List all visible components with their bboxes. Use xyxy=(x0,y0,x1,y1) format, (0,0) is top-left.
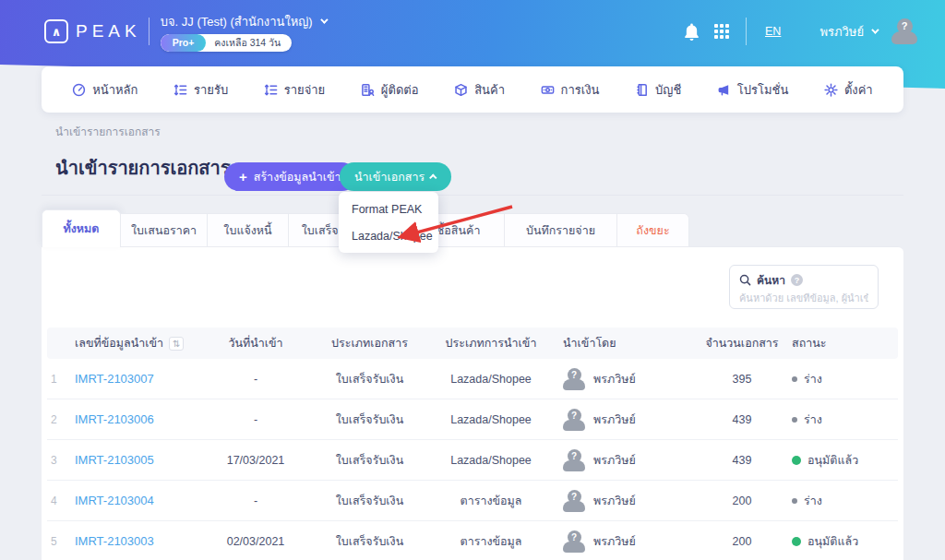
col-doc-type: ประเภทเอกสาร xyxy=(307,334,432,352)
import-type: Lazada/Shopee xyxy=(432,454,550,467)
logo-text: PEAK xyxy=(76,21,141,42)
import-date: - xyxy=(204,373,307,386)
page-title: นำเข้ารายการเอกสาร xyxy=(55,153,231,183)
table-row[interactable]: 2 IMRT-2103006 - ใบเสร็จรับเงิน Lazada/S… xyxy=(47,399,898,440)
app-window: ∧ PEAK บจ. JJ (Test) (สำนักงานใหญ่) Pro+… xyxy=(0,0,945,560)
chevron-down-icon xyxy=(320,16,328,23)
bell-icon xyxy=(684,23,700,41)
company-name: บจ. JJ (Test) (สำนักงานใหญ่) xyxy=(161,12,313,31)
divider xyxy=(42,195,903,196)
doc-type: ใบเสร็จรับเงิน xyxy=(307,370,432,388)
table-row[interactable]: 5 IMRT-2103003 02/03/2021 ใบเสร็จรับเงิน… xyxy=(47,521,898,560)
row-avatar: ? xyxy=(563,368,585,390)
promotion-icon xyxy=(717,83,731,97)
chevron-down-icon xyxy=(871,26,879,33)
doc-type: ใบเสร็จรับเงิน xyxy=(307,492,432,510)
import-documents-button[interactable]: นำเข้าเอกสาร xyxy=(340,162,451,191)
products-icon xyxy=(454,83,468,97)
imported-by: พรภวิษย์ xyxy=(593,492,636,510)
contacts-icon xyxy=(361,83,375,97)
tab-all[interactable]: ทั้งหมด xyxy=(42,209,121,247)
plus-icon: + xyxy=(239,169,247,185)
row-avatar: ? xyxy=(563,409,585,431)
import-type: Lazada/Shopee xyxy=(432,413,550,426)
imported-by: พรภวิษย์ xyxy=(593,370,636,388)
income-icon xyxy=(173,83,187,97)
company-selector[interactable]: บจ. JJ (Test) (สำนักงานใหญ่) xyxy=(161,12,326,31)
tab-expense-record[interactable]: บันทึกรายจ่าย xyxy=(505,213,617,247)
col-import-type: ประเภทการนำเข้า xyxy=(432,334,550,352)
import-type: ตารางข้อมูล xyxy=(432,532,550,551)
menu-item-lazada-shopee[interactable]: Lazada/Shopee xyxy=(339,224,438,247)
imported-by: พรภวิษย์ xyxy=(593,451,636,470)
import-dropdown-menu: Format PEAK Lazada/Shopee xyxy=(339,192,438,253)
import-id-link[interactable]: IMRT-2103004 xyxy=(75,494,154,507)
nav-item-settings[interactable]: ตั้งค่า xyxy=(824,80,873,100)
table-header: เลขที่ข้อมูลนำเข้า ⇅ วันที่นำเข้า ประเภท… xyxy=(47,328,898,359)
nav-item-finance[interactable]: การเงิน xyxy=(541,80,600,100)
search-input[interactable] xyxy=(739,292,868,304)
help-icon[interactable]: ? xyxy=(791,274,803,286)
home-icon xyxy=(72,83,86,97)
col-status: สถานะ xyxy=(788,334,898,352)
finance-icon xyxy=(541,83,555,97)
status-dot xyxy=(792,417,797,423)
table-row[interactable]: 1 IMRT-2103007 - ใบเสร็จรับเงิน Lazada/S… xyxy=(47,359,898,399)
doc-count: 439 xyxy=(696,413,788,426)
plan-badge[interactable]: Pro+ คงเหลือ 314 วัน xyxy=(161,34,292,52)
notifications-button[interactable] xyxy=(684,23,700,41)
import-id-link[interactable]: IMRT-2103007 xyxy=(75,372,154,386)
row-index: 2 xyxy=(47,413,75,426)
status-label: ร่าง xyxy=(804,370,822,388)
tab-quotation[interactable]: ใบเสนอราคา xyxy=(121,213,208,247)
language-toggle[interactable]: EN xyxy=(765,25,781,38)
import-id-link[interactable]: IMRT-2103003 xyxy=(75,534,154,548)
col-imported-by: นำเข้าโดย xyxy=(550,334,696,352)
import-type: ตารางข้อมูล xyxy=(432,492,550,510)
main-navigation: หน้าหลัก รายรับ รายจ่าย ผู้ติดต่อ สินค้า… xyxy=(42,66,903,113)
search-label: ค้นหา xyxy=(757,271,785,289)
apps-menu-button[interactable] xyxy=(714,24,729,39)
doc-type: ใบเสร็จรับเงิน xyxy=(307,451,432,470)
row-avatar: ? xyxy=(563,449,585,471)
user-avatar[interactable]: ? xyxy=(891,18,917,44)
row-index: 3 xyxy=(47,454,75,467)
accounting-icon xyxy=(635,83,649,97)
nav-item-contacts[interactable]: ผู้ติดต่อ xyxy=(361,80,419,100)
import-id-link[interactable]: IMRT-2103005 xyxy=(75,453,154,467)
user-menu[interactable]: พรภวิษย์ xyxy=(819,22,877,42)
table-row[interactable]: 3 IMRT-2103005 17/03/2021 ใบเสร็จรับเงิน… xyxy=(47,440,898,481)
import-date: 02/03/2021 xyxy=(204,535,307,548)
status-dot xyxy=(792,376,797,382)
create-import-button[interactable]: + สร้างข้อมูลนำเข้า xyxy=(224,162,356,191)
nav-item-accounting[interactable]: บัญชี xyxy=(635,80,681,100)
chevron-up-icon xyxy=(429,173,437,181)
nav-item-income[interactable]: รายรับ xyxy=(173,80,228,100)
imported-by: พรภวิษย์ xyxy=(593,532,636,551)
menu-item-format-peak[interactable]: Format PEAK xyxy=(339,197,438,220)
plan-remaining-days: คงเหลือ 314 วัน xyxy=(206,35,292,51)
nav-item-promotion[interactable]: โปรโมชั่น xyxy=(717,80,788,100)
nav-item-products[interactable]: สินค้า xyxy=(454,80,505,100)
table-body: 1 IMRT-2103007 - ใบเสร็จรับเงิน Lazada/S… xyxy=(47,359,898,560)
doc-count: 439 xyxy=(696,454,788,467)
nav-item-home[interactable]: หน้าหลัก xyxy=(72,80,138,100)
tab-invoice[interactable]: ใบแจ้งหนี้ xyxy=(208,213,289,247)
divider xyxy=(149,18,150,45)
search-box[interactable]: ค้นหา ? xyxy=(729,265,879,309)
import-id-link[interactable]: IMRT-2103006 xyxy=(75,412,154,426)
doc-type: ใบเสร็จรับเงิน xyxy=(307,411,432,429)
sort-icon[interactable]: ⇅ xyxy=(169,337,184,351)
peak-logo[interactable]: ∧ PEAK xyxy=(44,19,141,43)
logo-mark-icon: ∧ xyxy=(44,19,68,43)
nav-item-expense[interactable]: รายจ่าย xyxy=(264,80,325,100)
status-dot xyxy=(792,498,797,504)
row-avatar: ? xyxy=(563,490,585,512)
doc-count: 395 xyxy=(696,373,788,386)
plan-tier-badge: Pro+ xyxy=(161,34,207,52)
table-row[interactable]: 4 IMRT-2103004 - ใบเสร็จรับเงิน ตารางข้อ… xyxy=(47,481,898,521)
doc-count: 200 xyxy=(696,494,788,507)
status-dot xyxy=(792,456,801,465)
tab-trash[interactable]: ถังขยะ xyxy=(617,213,689,247)
status-label: ร่าง xyxy=(804,411,822,429)
